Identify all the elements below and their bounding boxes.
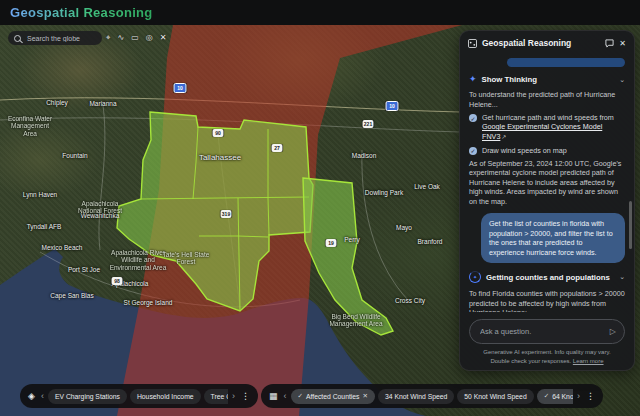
learn-more-link[interactable]: Learn more (573, 358, 604, 364)
map-place-label: Perry (344, 236, 360, 243)
task-step-text: Draw wind speeds on map (482, 146, 567, 155)
intro-text: To understand the predicted path of Hurr… (469, 90, 625, 109)
map-place-label: Madison (352, 152, 377, 159)
map-place-label: Live Oak (414, 183, 440, 190)
chip-label: Tree Canopy (211, 393, 228, 400)
chip-check-icon: ✓ (544, 392, 549, 400)
search-bar[interactable] (8, 31, 102, 45)
footer-line1: Generative AI experiment. Info quality m… (460, 348, 634, 356)
map-place-label: Apalachicola National Forest (71, 200, 129, 215)
map-place-label: Tyndall AFB (27, 223, 62, 230)
external-link-icon: ↗ (501, 134, 506, 140)
more-options-icon[interactable]: ⋮ (584, 391, 597, 401)
ask-question-box[interactable]: ▷ (469, 319, 625, 344)
measure-icon[interactable]: ▭ (131, 34, 139, 42)
scroll-right-icon[interactable]: › (576, 391, 581, 401)
road-shield: 27 (272, 144, 283, 152)
road-shield: 98 (112, 277, 123, 285)
app-header: Geospatial Reasoning (0, 0, 640, 25)
scrolled-message-bubble (507, 58, 625, 67)
check-icon: ✓ (469, 114, 477, 122)
check-icon: ✓ (469, 147, 477, 155)
show-thinking-label: Show Thinking (482, 75, 615, 84)
filter-chip-64-knot-wind-speed[interactable]: ✓64 Knot Wind Speed✕ (537, 389, 573, 404)
sparkle-icon: ✦ (469, 75, 477, 84)
task-step-text: Get hurricane path and wind speeds from … (482, 113, 625, 142)
search-icon (14, 35, 21, 42)
chevron-down-icon: ⌄ (619, 273, 625, 281)
analysis-layers-dock: ▦ ‹ ✓Affected Counties✕34 Knot Wind Spee… (261, 384, 603, 408)
road-shield: 19 (326, 239, 337, 247)
map-place-label: Marianna (89, 100, 116, 107)
map-toolbar: ⌖∿▭◎✕ (106, 31, 166, 45)
chip-label: 34 Knot Wind Speed (385, 393, 447, 400)
assistant-panel: Geospatial Reasoning ✕ ✦ Show Thinking ⌄… (459, 30, 635, 371)
scroll-left-icon[interactable]: ‹ (283, 391, 288, 401)
map-place-label: Econfina Water Management Area (4, 115, 56, 137)
filter-chip-household-income[interactable]: Household Income (130, 389, 201, 404)
question-input[interactable] (478, 326, 610, 337)
road-shield: 10 (174, 83, 187, 93)
feedback-icon[interactable] (605, 39, 614, 48)
filter-chip-50-knot-wind-speed[interactable]: 50 Knot Wind Speed (457, 389, 533, 404)
chip-remove-icon[interactable]: ✕ (363, 392, 368, 400)
map-place-label: Mexico Beach (42, 244, 83, 251)
summary-text: As of September 23, 2024 12:00 UTC, Goog… (469, 159, 625, 207)
map-place-label: Lynn Haven (23, 191, 57, 198)
show-thinking-toggle[interactable]: ✦ Show Thinking ⌄ (469, 75, 625, 84)
more-options-icon[interactable]: ⋮ (239, 391, 252, 401)
scroll-left-icon[interactable]: ‹ (40, 391, 45, 401)
panel-body: ✦ Show Thinking ⌄ To understand the pred… (460, 56, 634, 312)
map-place-label: Big Bend Wildlife Management Area (326, 313, 386, 328)
task-step: ✓Draw wind speeds on map (469, 146, 625, 155)
panel-header: Geospatial Reasoning ✕ (460, 31, 634, 55)
map-layers-icon[interactable]: ◈ (26, 391, 37, 401)
panel-title: Geospatial Reasoning (482, 38, 600, 48)
filter-chip-affected-counties[interactable]: ✓Affected Counties✕ (291, 389, 375, 404)
close-tools-icon[interactable]: ✕ (160, 34, 167, 42)
base-layers-dock: ◈ ‹ EV Charging StationsHousehold Income… (20, 384, 258, 408)
send-icon[interactable]: ▷ (610, 327, 616, 336)
chevron-down-icon: ⌄ (619, 76, 625, 84)
draw-path-icon[interactable]: ∿ (118, 34, 125, 42)
progress-spinner-icon: ✦ (469, 271, 481, 283)
map-place-label: Tallahassee (199, 153, 241, 162)
search-input[interactable] (25, 34, 99, 43)
activity-toggle[interactable]: ✦ Getting counties and populations ⌄ (469, 271, 625, 283)
chip-label: Household Income (137, 393, 194, 400)
map-place-label: Port St Joe (68, 266, 100, 273)
user-message-bubble: Get the list of counties in florida with… (481, 213, 625, 263)
chip-label: 50 Knot Wind Speed (464, 393, 526, 400)
filter-chip-tree-canopy[interactable]: Tree Canopy (204, 389, 228, 404)
filter-chip-34-knot-wind-speed[interactable]: 34 Knot Wind Speed (378, 389, 454, 404)
chip-label: EV Charging Stations (55, 393, 120, 400)
map-place-label: St George Island (124, 299, 173, 306)
chip-label: Affected Counties (306, 393, 360, 400)
road-shield: 221 (363, 120, 374, 128)
road-shield: 10 (386, 101, 399, 111)
map-place-label: Dowling Park (365, 189, 403, 196)
steps-intro-text: To find Florida counties with population… (469, 289, 625, 312)
app-title: Geospatial Reasoning (10, 5, 153, 20)
filter-chip-ev-charging-stations[interactable]: EV Charging Stations (48, 389, 127, 404)
close-panel-icon[interactable]: ✕ (619, 39, 626, 48)
my-location-icon[interactable]: ⌖ (106, 34, 111, 42)
legend-icon[interactable]: ▦ (267, 391, 280, 401)
map-place-label: Cape San Blas (50, 292, 93, 299)
map-place-label: Branford (418, 238, 443, 245)
map-place-label: Fountain (62, 152, 87, 159)
geospatial-logo-icon (468, 39, 477, 48)
chip-label: 64 Knot Wind Speed (552, 393, 573, 400)
chip-check-icon: ✓ (298, 392, 303, 400)
panel-scrollbar[interactable] (629, 201, 632, 249)
map-place-label: Chipley (46, 99, 68, 106)
scroll-right-icon[interactable]: › (231, 391, 236, 401)
map-place-label: Tate's Hell State Forest (160, 251, 212, 266)
road-shield: 319 (221, 210, 232, 218)
footer-line2: Double check your responses. Learn more (460, 357, 634, 365)
road-shield: 90 (213, 129, 224, 137)
map-place-label: Mayo (396, 224, 412, 231)
globe-icon[interactable]: ◎ (146, 34, 153, 42)
activity-label: Getting counties and populations (486, 273, 614, 282)
map-place-label: Cross City (395, 297, 425, 304)
